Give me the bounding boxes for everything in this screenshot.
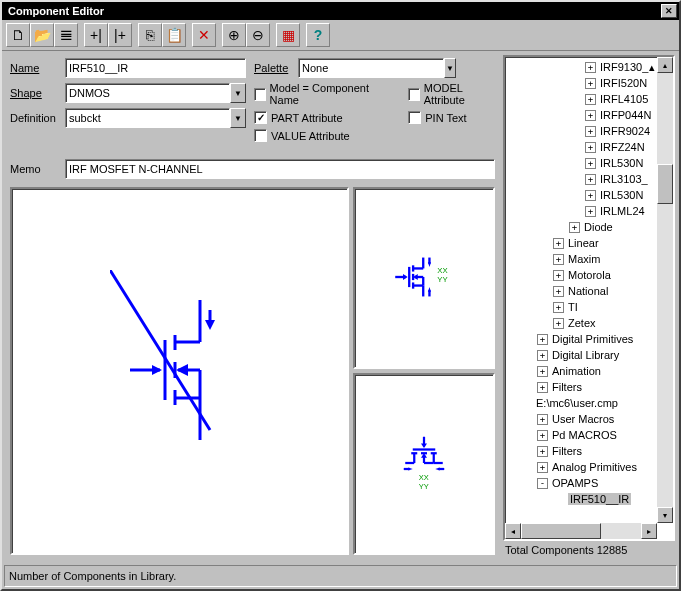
tree-expander[interactable]: + (537, 462, 548, 473)
tree-item[interactable]: +Motorola (505, 267, 673, 283)
tree-label: IRL530N (600, 157, 643, 169)
memo-input[interactable] (65, 159, 495, 179)
name-label: Name (10, 62, 65, 74)
scroll-left-button[interactable]: ◂ (505, 523, 521, 539)
model-comp-checkbox[interactable] (254, 88, 266, 101)
chevron-down-icon[interactable]: ▼ (444, 58, 456, 78)
zoom-out-button[interactable]: ⊖ (246, 23, 270, 47)
tree-expander[interactable]: + (553, 286, 564, 297)
tree-item[interactable]: +Pd MACROS (505, 427, 673, 443)
open-icon: 📂 (34, 27, 51, 43)
tree-item[interactable]: +IRLML24 (505, 203, 673, 219)
add-right-button[interactable]: |+ (108, 23, 132, 47)
tree-expander[interactable]: + (553, 270, 564, 281)
tree-item[interactable]: +Diode (505, 219, 673, 235)
tree-item[interactable]: +User Macros (505, 411, 673, 427)
definition-select[interactable]: ▼ (65, 108, 246, 128)
tree-expander[interactable]: + (569, 222, 580, 233)
open-button[interactable]: 📂 (30, 23, 54, 47)
palette-select[interactable]: ▼ (298, 58, 456, 78)
tree-item[interactable]: +Animation (505, 363, 673, 379)
paste-button[interactable]: 📋 (162, 23, 186, 47)
scrollbar-vertical[interactable]: ▴ ▾ (657, 57, 673, 523)
value-attr-checkbox[interactable] (254, 129, 267, 142)
new-button[interactable]: 🗋 (6, 23, 30, 47)
scroll-thumb-v[interactable] (657, 164, 673, 204)
tree-expander[interactable]: + (553, 238, 564, 249)
tree-expander[interactable]: + (585, 78, 596, 89)
shape-select[interactable]: ▼ (65, 83, 246, 103)
tree-item[interactable]: +IRFP044N (505, 107, 673, 123)
copy-button[interactable]: ⎘ (138, 23, 162, 47)
tree-item[interactable]: E:\mc6\user.cmp (505, 395, 673, 411)
zoom-out-icon: ⊖ (252, 27, 264, 43)
tree-item[interactable]: +TI (505, 299, 673, 315)
chevron-down-icon[interactable]: ▼ (230, 108, 246, 128)
tree-item[interactable]: +IRL3103_ (505, 171, 673, 187)
part-attr-checkbox[interactable]: ✓ (254, 111, 267, 124)
tree-item[interactable]: +Digital Primitives (505, 331, 673, 347)
tree-item[interactable]: +Digital Library (505, 347, 673, 363)
tree-item[interactable]: +IRFI520N (505, 75, 673, 91)
tree-expander[interactable]: + (537, 350, 548, 361)
tree-item[interactable]: +IRFR9024 (505, 123, 673, 139)
tree-expander[interactable]: + (585, 158, 596, 169)
tree-expander[interactable]: + (585, 126, 596, 137)
name-input[interactable] (65, 58, 246, 78)
tree-expander[interactable]: + (585, 62, 596, 73)
tree-item[interactable]: +National (505, 283, 673, 299)
scroll-thumb-h[interactable] (521, 523, 601, 539)
tree-expander[interactable]: + (585, 206, 596, 217)
tree-expander[interactable]: + (537, 334, 548, 345)
tree-expander[interactable]: - (537, 478, 548, 489)
preview-bottom-small[interactable]: XX YY (353, 373, 495, 555)
tree-expander[interactable]: + (537, 414, 548, 425)
tree-item[interactable]: +Filters (505, 379, 673, 395)
tree-expander[interactable]: + (585, 142, 596, 153)
scroll-right-button[interactable]: ▸ (641, 523, 657, 539)
close-button[interactable]: ✕ (661, 4, 677, 18)
tree-item[interactable]: IRF510__IR (505, 491, 673, 507)
tree-expander[interactable]: + (537, 446, 548, 457)
tree-expander[interactable]: + (553, 318, 564, 329)
help-button[interactable]: ? (306, 23, 330, 47)
tree-expander[interactable]: + (585, 174, 596, 185)
copy-icon: ⎘ (146, 27, 154, 43)
tree-expander[interactable]: + (585, 110, 596, 121)
tree-content[interactable]: +IRF9130_▴+IRFI520N+IRFL4105+IRFP044N+IR… (505, 57, 673, 539)
add-left-button[interactable]: +| (84, 23, 108, 47)
tree-expander[interactable]: + (553, 302, 564, 313)
preview-top-small[interactable]: XX YY (353, 187, 495, 369)
tree-item[interactable]: +Maxim (505, 251, 673, 267)
tree-item[interactable]: +Linear (505, 235, 673, 251)
model-attr-checkbox[interactable] (408, 88, 420, 101)
tree-item[interactable]: +Zetex (505, 315, 673, 331)
scroll-up-button[interactable]: ▴ (657, 57, 673, 73)
tree-expander[interactable]: + (585, 94, 596, 105)
chevron-down-icon[interactable]: ▼ (230, 83, 246, 103)
tree-item[interactable]: +IRFL4105 (505, 91, 673, 107)
tree-item[interactable]: +Analog Primitives (505, 459, 673, 475)
zoom-in-button[interactable]: ⊕ (222, 23, 246, 47)
tree-label: IRFL4105 (600, 93, 648, 105)
delete-button[interactable]: ✕ (192, 23, 216, 47)
statusbar: Number of Components in Library. (4, 565, 677, 587)
tree-expander[interactable]: + (537, 382, 548, 393)
tree-expander[interactable]: + (585, 190, 596, 201)
preview-main[interactable]: 1 2 3 (10, 187, 349, 555)
tree-expander[interactable]: + (537, 430, 548, 441)
tree-item[interactable]: -OPAMPS (505, 475, 673, 491)
tree-button[interactable]: 𝌆 (54, 23, 78, 47)
tree-item[interactable]: +IRL530N (505, 187, 673, 203)
tree-expander[interactable]: + (553, 254, 564, 265)
scroll-down-button[interactable]: ▾ (657, 507, 673, 523)
pin-text-checkbox[interactable] (408, 111, 421, 124)
scrollbar-horizontal[interactable]: ◂ ▸ (505, 523, 657, 539)
tree-pane[interactable]: +IRF9130_▴+IRFI520N+IRFL4105+IRFP044N+IR… (503, 55, 675, 541)
tree-item[interactable]: +IRL530N (505, 155, 673, 171)
tree-item[interactable]: +IRF9130_▴ (505, 59, 673, 75)
tree-item[interactable]: +Filters (505, 443, 673, 459)
tree-item[interactable]: +IRFZ24N (505, 139, 673, 155)
grid-button[interactable]: ▦ (276, 23, 300, 47)
tree-expander[interactable]: + (537, 366, 548, 377)
